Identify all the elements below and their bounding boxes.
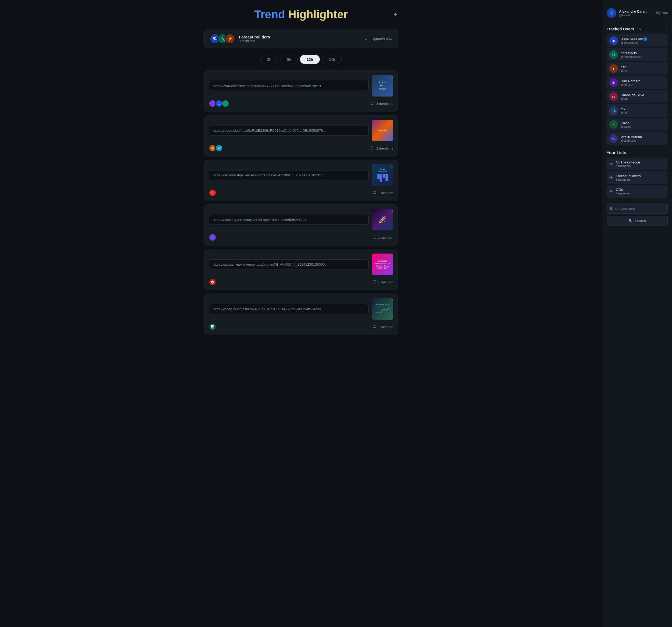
- user-avatar-horsefacts: hf: [609, 50, 618, 59]
- post-user-avatars-6: 📊: [209, 323, 216, 330]
- post-footer-3: 🔴 1 mention: [209, 189, 393, 197]
- post-card-5: ⌄ https://scouter-moxie.vercel.app/frame…: [204, 249, 398, 291]
- post-mentions-5: 1 mention: [373, 280, 393, 284]
- settings-button[interactable]: ✦: [393, 11, 398, 18]
- list-name-farcast: Farcast builders: [616, 174, 665, 178]
- post-user-avatars-5: 🤡: [209, 278, 216, 286]
- post-avatar-2b: 🖌: [215, 144, 223, 152]
- post-thumbnail-3[interactable]: DailyAllowance: [372, 164, 393, 186]
- post-thumbnail-1[interactable]: ✦ ✦ ✦NFTcollect: [372, 75, 393, 97]
- time-filter-3h[interactable]: 3h: [260, 55, 278, 64]
- post-avatar-6a: 📊: [209, 323, 216, 330]
- channel-members: 3 members: [239, 39, 360, 43]
- user-handle-mk: @mk: [621, 111, 665, 114]
- sidebar-item-danromero[interactable]: dr Dan Romero @dwr.eth: [607, 76, 668, 89]
- post-link-row-3: https://farcaster-tips.vercel.app/frames…: [209, 164, 393, 186]
- post-link-row-1: https://zora.co/collect/base:0x595672771…: [209, 75, 393, 97]
- post-avatar-5a: 🤡: [209, 278, 216, 286]
- list-name-nft: NFT knowledge: [616, 160, 665, 164]
- user-handle-kaloh: @kaloh: [621, 125, 665, 128]
- post-card-2: ⌄ https://rodeo.club/post/0xF12E23091FC9…: [204, 115, 398, 156]
- sidebar-item-horsefacts[interactable]: hf horsefacts @horsefacts.eth: [607, 48, 668, 61]
- post-card-4: ⌄ https://moxie-given-today.vercel.app/f…: [204, 204, 398, 246]
- sidebar-item-mk[interactable]: mk mk @mk: [607, 104, 668, 117]
- channel-avatar-3: ⚡: [225, 33, 235, 44]
- post-card-chevron-3[interactable]: ⌄: [391, 164, 394, 168]
- title-highlighter: Highlighter: [288, 8, 348, 21]
- sidebar-item-rish[interactable]: r rish @rish: [607, 62, 668, 75]
- user-handle-horsefacts: @horsefacts.eth: [621, 55, 665, 58]
- post-mentions-3: 1 mention: [373, 191, 393, 195]
- user-name-kaloh: Kaloh: [621, 121, 665, 125]
- list-members-nft: 1 members: [616, 164, 665, 168]
- post-mentions-2: 2 mentions: [371, 146, 393, 150]
- list-members-ogs: 2 members: [616, 192, 665, 195]
- post-user-avatars-3: 🔴: [209, 189, 216, 197]
- time-filter-12h[interactable]: 12h: [300, 55, 320, 64]
- list-item-ogs[interactable]: 👁 OGs 2 members: [607, 185, 668, 198]
- user-name-vitalik: Vitalik Buterin: [621, 135, 665, 139]
- tracked-users-label: Tracked Users: [607, 27, 634, 31]
- post-link-3[interactable]: https://farcaster-tips.vercel.app/frames…: [209, 170, 368, 180]
- post-card-chevron-2[interactable]: ⌄: [391, 119, 394, 123]
- sign-out-button[interactable]: Sign out: [656, 11, 668, 15]
- post-card-chevron-4[interactable]: ⌄: [391, 208, 394, 213]
- user-info-rish: rish @rish: [621, 65, 665, 72]
- list-item-farcast[interactable]: 👁 Farcast builders 3 members: [607, 171, 668, 184]
- post-user-avatars-4: 👤: [209, 234, 216, 241]
- post-link-4[interactable]: https://moxie-given-today.vercel.app/fra…: [209, 215, 368, 225]
- sidebar-handle: @alexmc: [619, 14, 653, 17]
- sidebar-item-sds[interactable]: ss Shane da Silva @sds: [607, 90, 668, 103]
- search-button[interactable]: 🔍 Search: [607, 216, 668, 226]
- channel-chevron-icon[interactable]: ⌄: [364, 36, 368, 42]
- sidebar-item-jessepol[interactable]: jp jesse.base.eth🔵 @jessepolak: [607, 34, 668, 47]
- list-members-farcast: 3 members: [616, 178, 665, 181]
- user-info-jessepol: jesse.base.eth🔵 @jessepolak: [621, 37, 665, 44]
- sidebar-avatar: 👤: [607, 8, 616, 18]
- channel-info: Farcast builders 3 members: [239, 35, 360, 43]
- user-name-jessepol: jesse.base.eth🔵: [621, 37, 665, 41]
- post-thumbnail-6[interactable]: poisegamma: [372, 298, 393, 320]
- sidebar-item-kaloh[interactable]: k Kaloh @kaloh: [607, 118, 668, 131]
- list-info-ogs: OGs 2 members: [616, 188, 665, 195]
- post-link-6[interactable]: https://rodeo.club/post/0x43795cAD671EC1…: [209, 304, 368, 314]
- app-title: Trend Highlighter: [254, 8, 348, 21]
- search-icon: 🔍: [628, 219, 633, 223]
- post-link-5[interactable]: https://scouter-moxie.vercel.app/frames?…: [209, 259, 368, 269]
- list-item-nft[interactable]: 👁 NFT knowledge 1 members: [607, 157, 668, 170]
- post-card-chevron-6[interactable]: ⌄: [391, 298, 394, 302]
- user-info-mk: mk @mk: [621, 107, 665, 114]
- list-eye-icon-farcast: 👁: [609, 176, 613, 180]
- app-header: Trend Highlighter ✦: [204, 8, 398, 21]
- user-name-rish: rish: [621, 65, 665, 69]
- sidebar-item-vitalik[interactable]: vb Vitalik Buterin @vitalik.eth: [607, 132, 668, 145]
- post-link-1[interactable]: https://zora.co/collect/base:0x595672771…: [209, 81, 368, 91]
- username-search-input[interactable]: [610, 206, 664, 210]
- user-handle-rish: @rish: [621, 69, 665, 72]
- tracked-users-count: (8): [637, 27, 641, 31]
- tracked-users-action-icon[interactable]: ↑: [666, 27, 668, 31]
- post-thumbnail-4[interactable]: 🚀: [372, 209, 393, 230]
- lists-label: Your Lists: [607, 150, 626, 155]
- post-thumbnail-5[interactable]: gmacsterDaily:60,016.77 ReplyLke Power81…: [372, 254, 393, 275]
- post-card-chevron-5[interactable]: ⌄: [391, 253, 394, 257]
- post-footer-1: n 1 n 3 mentions: [209, 100, 393, 107]
- lists-section: Your Lists 👁 NFT knowledge 1 members 👁 F…: [607, 150, 668, 199]
- post-card-chevron-1[interactable]: ⌄: [391, 74, 394, 79]
- sidebar-user-info: Alexandre Carv... @alexmc: [619, 9, 653, 17]
- user-avatar-vitalik: vb: [609, 134, 618, 143]
- user-handle-vitalik: @vitalik.eth: [621, 139, 665, 142]
- list-eye-icon-nft: 👁: [609, 162, 613, 166]
- user-handle-danromero: @dwr.eth: [621, 83, 665, 86]
- list-name-ogs: OGs: [616, 188, 665, 192]
- time-filter-24h[interactable]: 24h: [322, 55, 342, 64]
- tracked-users-header: Tracked Users (8) ↑: [607, 27, 668, 31]
- post-footer-6: 📊 1 mention: [209, 323, 393, 330]
- tracked-users-list: jp jesse.base.eth🔵 @jessepolak hf horsef…: [607, 34, 668, 146]
- post-thumbnail-2[interactable]: scenceart: [372, 120, 393, 141]
- list-info-farcast: Farcast builders 3 members: [616, 174, 665, 181]
- post-link-2[interactable]: https://rodeo.club/post/0xF12E23091FC919…: [209, 126, 368, 135]
- lists-header: Your Lists: [607, 150, 668, 155]
- time-filter-6h[interactable]: 6h: [280, 55, 298, 64]
- post-avatar-1c: n: [222, 100, 229, 107]
